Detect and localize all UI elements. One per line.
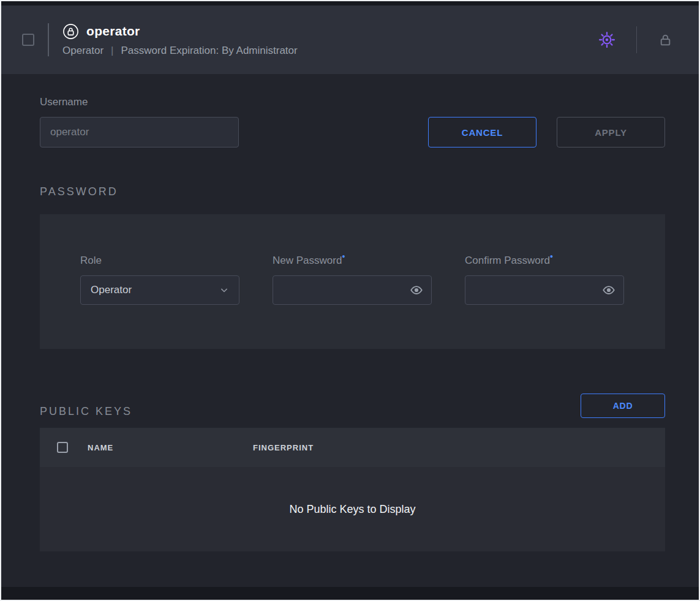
confirm-password-input[interactable] [465, 275, 624, 305]
new-password-label: New Password• [273, 255, 432, 267]
new-password-column: New Password• [273, 255, 432, 349]
confirm-password-field [465, 275, 624, 305]
user-subtitle: Operator | Password Expiration: By Admin… [62, 45, 298, 57]
eye-icon [602, 283, 615, 297]
username-label: Username [40, 96, 665, 108]
user-lock-circle-icon [62, 23, 79, 40]
user-detail-content: Username CANCEL APPLY PASSWORD Role Oper… [1, 74, 699, 587]
user-title-block: operator Operator | Password Expiration:… [62, 23, 298, 57]
header-divider [48, 23, 49, 56]
column-header-name: NAME [88, 443, 253, 452]
public-keys-table-header: NAME FINGERPRINT [40, 428, 665, 467]
header-divider-right [636, 26, 637, 53]
public-keys-header: PUBLIC KEYS ADD [40, 394, 665, 418]
new-password-input[interactable] [273, 275, 432, 305]
required-marker: • [550, 252, 553, 261]
role-select-value: Operator [91, 284, 132, 296]
public-keys-heading: PUBLIC KEYS [40, 405, 132, 418]
form-actions: CANCEL APPLY [428, 117, 665, 147]
settings-gear-button[interactable] [596, 29, 618, 51]
gear-icon [598, 31, 615, 48]
new-password-label-text: New Password [273, 255, 342, 266]
eye-icon [410, 283, 423, 297]
subtitle-separator: | [111, 45, 113, 57]
add-public-key-button[interactable]: ADD [581, 394, 665, 418]
user-header: operator Operator | Password Expiration:… [1, 6, 699, 74]
password-section-heading: PASSWORD [40, 185, 665, 198]
required-marker: • [342, 252, 345, 261]
confirm-password-label-text: Confirm Password [465, 255, 550, 266]
new-password-field [273, 275, 432, 305]
apply-button[interactable]: APPLY [557, 117, 665, 147]
password-expiration-text: Password Expiration: By Administrator [121, 45, 298, 57]
chevron-down-icon [218, 284, 230, 296]
user-detail-window: operator Operator | Password Expiration:… [0, 0, 700, 601]
empty-state-message: No Public Keys to Display [289, 503, 415, 516]
column-header-fingerprint: FINGERPRINT [253, 443, 314, 452]
toggle-confirm-password-visibility[interactable] [601, 282, 617, 298]
cancel-button[interactable]: CANCEL [428, 117, 536, 147]
password-panel: Role Operator New Password• [40, 214, 665, 349]
confirm-password-column: Confirm Password• [465, 255, 624, 349]
role-select[interactable]: Operator [80, 275, 239, 305]
username-input[interactable] [40, 117, 239, 147]
role-column: Role Operator [80, 255, 239, 349]
select-user-checkbox[interactable] [22, 34, 34, 46]
username-row: CANCEL APPLY [40, 117, 665, 147]
confirm-password-label: Confirm Password• [465, 255, 624, 267]
public-keys-table-body: No Public Keys to Display [40, 467, 665, 551]
public-keys-table: NAME FINGERPRINT No Public Keys to Displ… [40, 428, 665, 551]
lock-icon [658, 32, 673, 48]
role-label: Role [80, 255, 239, 267]
select-all-keys-checkbox[interactable] [57, 442, 68, 453]
lock-status-button[interactable] [655, 30, 676, 50]
toggle-new-password-visibility[interactable] [408, 282, 424, 298]
user-role-text: Operator [62, 45, 103, 57]
page-title: operator [86, 24, 140, 39]
